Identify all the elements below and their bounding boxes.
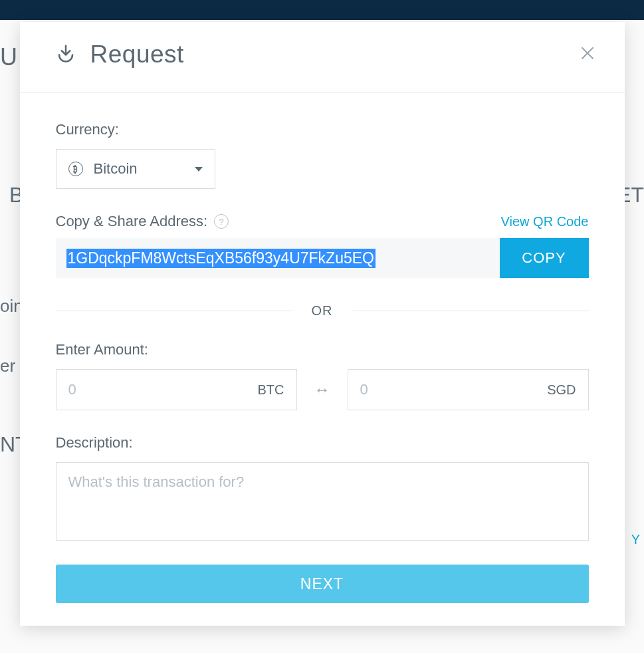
address-label: Copy & Share Address: [56, 213, 208, 230]
address-label-left: Copy & Share Address: ? [56, 213, 229, 230]
description-label: Description: [56, 434, 589, 452]
currency-selected-name: Bitcoin [94, 160, 195, 178]
divider-line [353, 311, 589, 311]
address-label-row: Copy & Share Address: ? View QR Code [56, 213, 589, 230]
chevron-down-icon [195, 167, 203, 172]
wallet-address: 1GDqckpFM8WctsEqXB56f93y4U7FkZu5EQ [66, 249, 376, 268]
next-button[interactable]: NEXT [56, 565, 589, 603]
amount-btc-input[interactable] [68, 381, 258, 398]
address-section: Copy & Share Address: ? View QR Code 1GD… [56, 213, 589, 278]
address-box[interactable]: 1GDqckpFM8WctsEqXB56f93y4U7FkZu5EQ [56, 238, 500, 278]
modal-title-wrap: Request [56, 41, 184, 68]
amount-btc-unit: BTC [258, 382, 284, 398]
amount-fiat-wrap[interactable]: SGD [348, 369, 589, 410]
description-input[interactable] [56, 462, 589, 541]
modal-header: Request [20, 22, 625, 93]
request-icon [56, 43, 76, 66]
view-qr-link[interactable]: View QR Code [501, 214, 589, 229]
copy-button[interactable]: COPY [500, 238, 589, 278]
amount-fiat-unit: SGD [547, 382, 576, 398]
divider-line [56, 311, 292, 311]
amount-fiat-input[interactable] [360, 381, 548, 398]
top-bar [0, 0, 644, 20]
help-icon[interactable]: ? [214, 214, 229, 229]
swap-icon[interactable]: ↔ [314, 380, 330, 399]
close-icon[interactable] [576, 41, 599, 68]
request-modal: Request Currency: ₿ Bitcoin Copy & Share… [20, 22, 625, 626]
divider-row: OR [56, 303, 589, 319]
modal-overlay: Request Currency: ₿ Bitcoin Copy & Share… [0, 20, 644, 653]
currency-select[interactable]: ₿ Bitcoin [56, 149, 215, 189]
amount-row: BTC ↔ SGD [56, 369, 589, 410]
amount-label: Enter Amount: [56, 341, 589, 358]
divider-text: OR [292, 303, 353, 319]
address-row: 1GDqckpFM8WctsEqXB56f93y4U7FkZu5EQ COPY [56, 238, 589, 278]
modal-title: Request [90, 41, 184, 68]
amount-btc-wrap[interactable]: BTC [56, 369, 297, 410]
modal-body: Currency: ₿ Bitcoin Copy & Share Address… [20, 93, 625, 626]
currency-label: Currency: [56, 121, 589, 138]
description-section: Description: [56, 434, 589, 543]
bitcoin-icon: ₿ [68, 162, 83, 176]
